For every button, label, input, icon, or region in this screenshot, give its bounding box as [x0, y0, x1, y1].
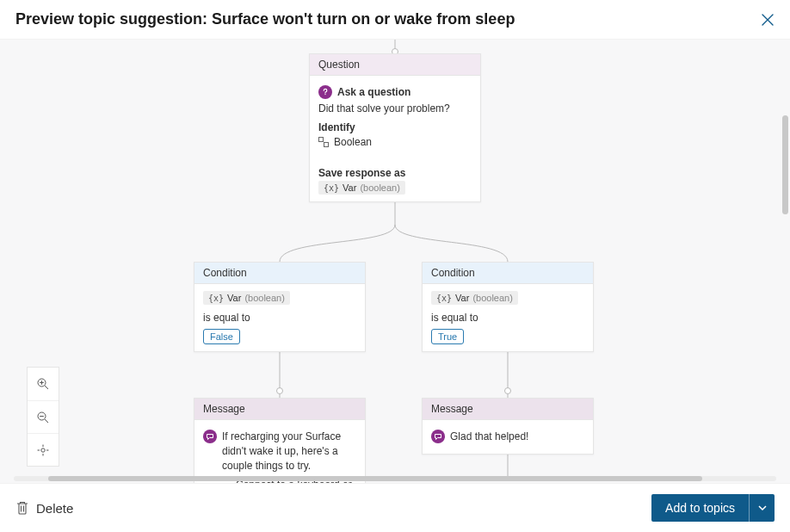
- condition-op: is equal to: [203, 312, 356, 324]
- condition-node-false[interactable]: Condition {x} Var (boolean) is equal to …: [194, 262, 366, 352]
- message-text: If recharging your Surface didn't wake i…: [222, 430, 356, 473]
- delete-button[interactable]: Delete: [15, 500, 73, 516]
- svg-point-4: [277, 388, 283, 394]
- condition-op: is equal to: [431, 312, 584, 324]
- message-text: Glad that helped!: [450, 430, 528, 444]
- identify-label: Identify: [318, 121, 472, 133]
- var-name: Var: [343, 182, 356, 193]
- zoom-in-icon[interactable]: [28, 368, 59, 400]
- zoom-out-icon[interactable]: [28, 400, 59, 433]
- svg-point-7: [505, 388, 511, 394]
- zoom-fit-icon[interactable]: [28, 433, 59, 466]
- trash-icon: [15, 500, 29, 516]
- delete-label: Delete: [36, 501, 73, 516]
- condition-value[interactable]: False: [203, 329, 240, 344]
- node-header: Condition: [194, 263, 365, 284]
- message-node-true[interactable]: Message Glad that helped!: [422, 398, 594, 455]
- var-type: (boolean): [472, 293, 512, 303]
- variable-chip[interactable]: {x} Var (boolean): [431, 291, 518, 305]
- flow-canvas[interactable]: Question Ask a question Did that solve y…: [0, 39, 790, 484]
- add-to-topics-split-button: Add to topics: [651, 494, 775, 522]
- identify-type: Boolean: [334, 136, 372, 148]
- node-header: Question: [310, 54, 480, 76]
- svg-line-13: [45, 386, 48, 389]
- boolean-icon: [318, 137, 329, 147]
- var-prefix: {x}: [324, 183, 339, 193]
- save-response-label: Save response as: [318, 167, 472, 179]
- var-prefix: {x}: [208, 294, 224, 303]
- close-icon[interactable]: [761, 13, 775, 27]
- var-name: Var: [455, 293, 469, 303]
- vertical-scrollbar[interactable]: [782, 115, 788, 214]
- svg-rect-10: [319, 138, 324, 142]
- dialog-title: Preview topic suggestion: Surface won't …: [15, 10, 515, 28]
- zoom-toolbar: [27, 367, 59, 467]
- node-header: Message: [423, 399, 593, 420]
- message-node-false[interactable]: Message If recharging your Surface didn'…: [194, 398, 366, 484]
- horizontal-scrollbar[interactable]: [48, 476, 702, 481]
- question-icon: [318, 85, 332, 99]
- var-name: Var: [227, 293, 241, 303]
- var-type: (boolean): [244, 293, 284, 303]
- ask-question-label: Ask a question: [337, 86, 410, 98]
- chevron-down-icon: [757, 503, 768, 513]
- var-type: (boolean): [360, 182, 399, 193]
- node-header: Condition: [423, 263, 593, 284]
- dialog-footer: Delete Add to topics: [0, 484, 790, 532]
- svg-line-17: [45, 419, 48, 423]
- message-icon: [431, 430, 445, 443]
- node-header: Message: [194, 399, 365, 420]
- svg-rect-11: [324, 143, 329, 147]
- variable-chip[interactable]: {x} Var (boolean): [203, 291, 290, 305]
- condition-value[interactable]: True: [431, 329, 464, 344]
- dialog-header: Preview topic suggestion: Surface won't …: [0, 0, 790, 39]
- add-to-topics-button[interactable]: Add to topics: [651, 494, 749, 522]
- variable-chip[interactable]: {x} Var (boolean): [318, 181, 405, 195]
- svg-point-19: [41, 448, 45, 451]
- question-node[interactable]: Question Ask a question Did that solve y…: [309, 53, 481, 202]
- add-to-topics-dropdown[interactable]: [749, 494, 775, 522]
- question-prompt: Did that solve your problem?: [318, 102, 472, 114]
- var-prefix: {x}: [436, 294, 452, 303]
- message-icon: [203, 430, 217, 443]
- condition-node-true[interactable]: Condition {x} Var (boolean) is equal to …: [422, 262, 594, 352]
